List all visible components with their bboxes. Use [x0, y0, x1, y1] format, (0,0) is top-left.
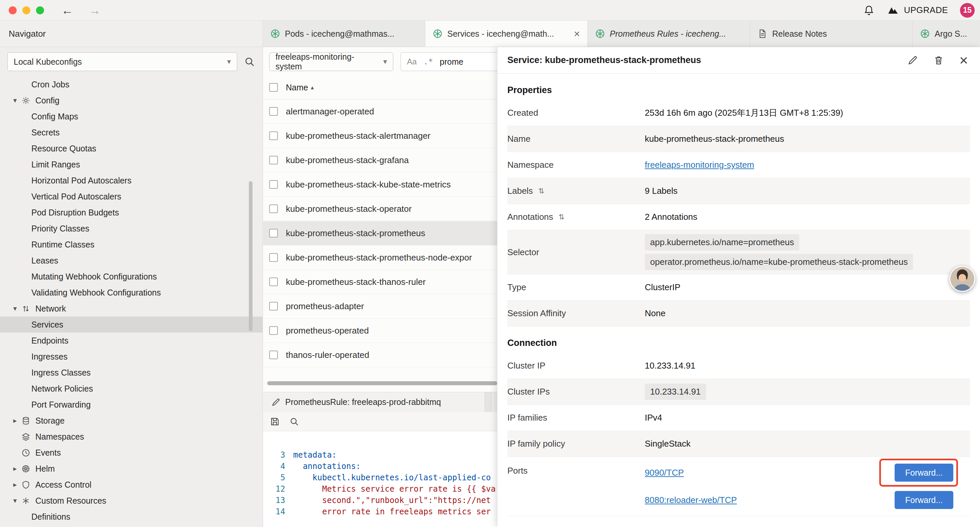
sidebar-item-label: Access Control: [35, 480, 91, 490]
section-rows: Cluster IP10.233.14.91Cluster IPs10.233.…: [508, 353, 970, 516]
delete-resource-icon[interactable]: [933, 55, 944, 66]
sidebar-item[interactable]: Events: [0, 444, 262, 461]
sidebar-item[interactable]: Config Maps: [0, 108, 262, 124]
sidebar-item[interactable]: ▾Network: [0, 301, 262, 317]
sidebar-item[interactable]: Namespaces: [0, 428, 262, 444]
sidebar-item[interactable]: Services: [0, 317, 262, 333]
editor-tab[interactable]: Services - icecheng@math...×: [425, 21, 588, 47]
port-link[interactable]: 9090/TCP: [645, 468, 684, 478]
detail-value-text: 2 Annotations: [645, 212, 970, 222]
editor-tab[interactable]: Release Notes: [750, 21, 913, 47]
sidebar-item[interactable]: ▾Config: [0, 92, 262, 108]
sidebar-item[interactable]: Mutating Webhook Configurations: [0, 269, 262, 285]
select-all-checkbox[interactable]: [269, 83, 278, 92]
dock-tab-prometheusrule[interactable]: PrometheusRule: freeleaps-prod-rabbitmq: [263, 392, 485, 412]
forward-button[interactable]: Forward...: [895, 463, 953, 482]
sidebar-item[interactable]: Runtime Classes: [0, 236, 262, 253]
sidebar-item[interactable]: Ingress Classes: [0, 365, 262, 381]
sidebar-item[interactable]: ▾Custom Resources: [0, 493, 262, 509]
chevron-right-icon[interactable]: ▸: [9, 417, 21, 425]
close-window-button[interactable]: [9, 6, 17, 14]
window-controls: [9, 6, 44, 14]
close-tab-icon[interactable]: ×: [574, 29, 580, 39]
sidebar-item[interactable]: Horizontal Pod Autoscalers: [0, 172, 262, 188]
detail-row: Cluster IP10.233.14.91: [508, 353, 970, 379]
upgrade-button[interactable]: UPGRADE: [886, 5, 948, 16]
sidebar-item[interactable]: Cron Jobs: [0, 76, 262, 92]
expand-toggle-icon[interactable]: ⇅: [558, 213, 565, 221]
notifications-bell-icon[interactable]: [863, 5, 875, 16]
sidebar-item[interactable]: ▸Helm: [0, 461, 262, 477]
sidebar-item[interactable]: Definitions: [0, 509, 262, 525]
zoom-window-button[interactable]: [36, 6, 44, 14]
save-icon[interactable]: [270, 417, 280, 427]
line-number: 12: [263, 483, 293, 495]
notification-count-badge[interactable]: 15: [960, 3, 975, 18]
row-checkbox[interactable]: [269, 350, 278, 359]
row-checkbox[interactable]: [269, 229, 278, 237]
minimize-window-button[interactable]: [22, 6, 30, 14]
sidebar-search-icon[interactable]: [244, 56, 255, 67]
row-checkbox[interactable]: [269, 107, 278, 116]
horizontal-scrollbar[interactable]: [267, 381, 497, 385]
sidebar-item[interactable]: ▸Access Control: [0, 477, 262, 493]
chevron-down-icon[interactable]: ▾: [9, 96, 21, 104]
sidebar-item[interactable]: Port Forwarding: [0, 396, 262, 412]
namespace-filter-select[interactable]: freeleaps-monitoring-system ▾: [269, 53, 393, 71]
chevron-right-icon[interactable]: ▸: [9, 465, 21, 473]
row-checkbox[interactable]: [269, 204, 278, 213]
detail-label-text: Namespace: [508, 160, 554, 170]
chevron-down-icon[interactable]: ▾: [9, 304, 21, 312]
sidebar-item[interactable]: Resource Quotas: [0, 140, 262, 156]
back-button[interactable]: ←: [61, 4, 73, 16]
helm-icon: [21, 464, 35, 473]
detail-row: Labels⇅9 Labels: [508, 178, 970, 204]
sidebar-item[interactable]: Endpoints: [0, 333, 262, 349]
sidebar-item[interactable]: Ingresses: [0, 349, 262, 365]
sidebar-item[interactable]: Network Policies: [0, 381, 262, 396]
sidebar-item[interactable]: ▸Storage: [0, 412, 262, 428]
regex-toggle[interactable]: .*: [423, 57, 433, 66]
sidebar-item[interactable]: Leases: [0, 253, 262, 269]
detail-label-text: Cluster IPs: [508, 387, 550, 397]
chevron-down-icon[interactable]: ▾: [9, 497, 21, 505]
row-checkbox[interactable]: [269, 156, 278, 164]
kubeconfig-source-select[interactable]: Local Kubeconfigs ▾: [7, 53, 237, 71]
match-case-toggle[interactable]: Aa: [407, 57, 417, 66]
row-checkbox[interactable]: [269, 326, 278, 335]
sidebar-item[interactable]: Priority Classes: [0, 220, 262, 236]
sidebar-item-label: Secrets: [31, 128, 60, 137]
port-link[interactable]: 8080:reloader-web/TCP: [645, 495, 737, 505]
user-avatar[interactable]: [949, 266, 975, 292]
close-drawer-icon[interactable]: ×: [959, 53, 968, 68]
sidebar-item[interactable]: Pod Disruption Budgets: [0, 204, 262, 220]
editor-tab[interactable]: Pods - icecheng@mathmas...: [263, 21, 425, 47]
sidebar-item-label: Helm: [35, 464, 55, 474]
forward-button[interactable]: Forward...: [895, 491, 953, 509]
forward-button[interactable]: →: [89, 4, 101, 16]
row-checkbox[interactable]: [269, 180, 278, 189]
editor-tab[interactable]: Argo S...: [913, 21, 980, 47]
row-checkbox[interactable]: [269, 302, 278, 310]
chevron-right-icon[interactable]: ▸: [9, 481, 21, 489]
sidebar-item[interactable]: Secrets: [0, 124, 262, 140]
detail-label: Created: [508, 108, 645, 118]
name-column-header[interactable]: Name ▴: [286, 83, 314, 92]
editor-tab[interactable]: Prometheus Rules - icecheng...: [588, 21, 750, 47]
row-checkbox[interactable]: [269, 131, 278, 140]
row-checkbox[interactable]: [269, 253, 278, 262]
sidebar-item[interactable]: Limit Ranges: [0, 156, 262, 172]
row-checkbox[interactable]: [269, 277, 278, 286]
sidebar-item-label: Custom Resources: [35, 496, 107, 506]
expand-toggle-icon[interactable]: ⇅: [538, 187, 544, 196]
sidebar-scrollbar[interactable]: [249, 181, 253, 331]
detail-value-text: ClusterIP: [645, 282, 970, 293]
sidebar-item[interactable]: Vertical Pod Autoscalers: [0, 188, 262, 204]
detail-label: Labels⇅: [508, 186, 645, 196]
kubernetes-icon: [920, 29, 930, 39]
namespace-link[interactable]: freeleaps-monitoring-system: [645, 160, 970, 170]
edit-icon: [271, 398, 280, 407]
edit-resource-icon[interactable]: [907, 55, 918, 66]
sidebar-item[interactable]: Validating Webhook Configurations: [0, 285, 262, 301]
editor-search-icon[interactable]: [289, 417, 299, 427]
